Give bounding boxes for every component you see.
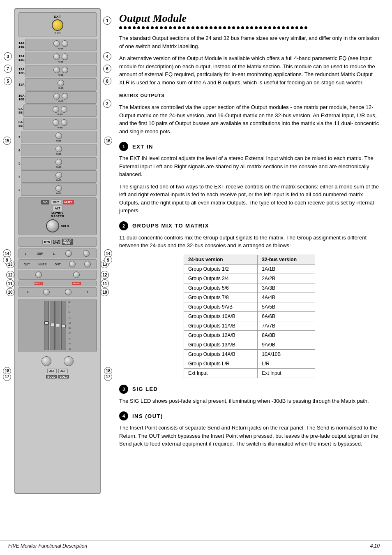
- ch4-knob[interactable]: [55, 172, 62, 179]
- ch5-knob[interactable]: [55, 159, 62, 165]
- ins-out-label: INS (OUT): [132, 413, 163, 419]
- bold-left-btn[interactable]: BOLD: [46, 375, 57, 379]
- ch3-knob[interactable]: [55, 185, 62, 192]
- ch3-db: 0 dB: [56, 192, 61, 195]
- channel-strips-lower: 14 L GBP L 14 13: [18, 248, 97, 297]
- ch12b-knob[interactable]: [62, 67, 68, 73]
- sig-btn[interactable]: SIG: [41, 200, 49, 204]
- mute-btn-11a[interactable]: MUTE: [35, 282, 43, 285]
- fader-2[interactable]: [50, 301, 55, 350]
- table-cell-col2: 9A/9B: [258, 340, 315, 349]
- channel-10-row: 10A10B 0 dB: [18, 91, 97, 104]
- ch8-strip: 0 dB: [23, 118, 97, 130]
- ch8b-knob[interactable]: [61, 119, 67, 126]
- table-cell-col1: Group Outputs 9A/B: [184, 302, 258, 311]
- fader-handle-2: [50, 323, 54, 326]
- mute-btn[interactable]: MUTE: [63, 200, 74, 204]
- matrix-outputs-header: MATRIX OUTPUTS: [119, 93, 380, 98]
- alt-buttons: ALT ALT: [47, 369, 68, 373]
- ext-in-text1: The EXT IN level control adjusts the lev…: [119, 154, 380, 179]
- ch13a-knob[interactable]: [53, 53, 60, 60]
- ch5-label: 5: [18, 162, 20, 165]
- table-cell-col1: Group Outputs L/R: [184, 359, 258, 368]
- ch9-label: 9A9B: [18, 107, 23, 114]
- ext-knob[interactable]: [52, 19, 63, 31]
- ch6-label: 6: [18, 149, 20, 152]
- gbp-label: GBP: [37, 252, 43, 255]
- strip13-knob2[interactable]: [84, 261, 91, 267]
- groups-matrix-table: 24-bus version 32-bus version Group Outp…: [184, 255, 315, 378]
- strip12-knob2[interactable]: [73, 272, 80, 278]
- sig-led-label: SIG LED: [132, 386, 158, 392]
- ch8a-knob[interactable]: [53, 119, 59, 126]
- table-row: Group Outputs 12A/B8A/8B: [184, 330, 315, 340]
- ch10a-knob[interactable]: [53, 93, 60, 100]
- ch3-label: 3: [18, 188, 20, 192]
- table-row: Group Outputs 3/42A/2B: [184, 274, 315, 283]
- ch14-knobs: [53, 40, 69, 47]
- ch11a-knob[interactable]: [58, 80, 64, 86]
- ch9b-knob[interactable]: [61, 106, 67, 113]
- ch10-db: 0 dB: [58, 100, 63, 102]
- ch6-db: 0 dB: [56, 153, 61, 155]
- bottom-knob-right[interactable]: [64, 356, 74, 366]
- ch9a-knob[interactable]: [53, 106, 59, 113]
- strip13-knob1[interactable]: [69, 261, 76, 267]
- num-circle-1: 1: [119, 142, 128, 151]
- strip-12-inner: [18, 270, 97, 280]
- ch4-strip: 0 dB: [21, 170, 97, 183]
- alt-left-btn[interactable]: ALT: [47, 369, 57, 373]
- rtn-btn[interactable]: RTN: [42, 240, 51, 244]
- table-cell-col2: 8A/8B: [258, 330, 315, 340]
- channel-5-row: 5 0 dB: [18, 157, 97, 170]
- badge-9-left: 9: [3, 256, 11, 264]
- fader-1[interactable]: [44, 301, 49, 350]
- bottom-knob-left[interactable]: [42, 356, 51, 366]
- table-row: Group Outputs L/RL/R: [184, 359, 315, 368]
- bold-knob[interactable]: [46, 219, 59, 232]
- ch5-db: 0 dB: [56, 166, 61, 168]
- alt-right-btn[interactable]: ALT: [58, 369, 68, 373]
- table-row: Ext InputExt Input: [184, 368, 315, 378]
- table-row: Group Outputs 7/84A/4B: [184, 293, 315, 302]
- out-label-13: OUT: [24, 263, 30, 266]
- strip10-knob2[interactable]: [65, 289, 71, 295]
- strip-13-inner: OUT INNER OUT: [18, 259, 97, 269]
- alt-btn[interactable]: ALT: [53, 206, 62, 211]
- table-cell-col2: 5A/5B: [258, 302, 315, 311]
- strip10-knob1[interactable]: [43, 289, 50, 295]
- strip14-knob2[interactable]: [83, 250, 90, 257]
- ch14b-knob[interactable]: [62, 40, 68, 47]
- ch14a-knob[interactable]: [53, 40, 60, 47]
- ch12-db: 0 dB: [58, 74, 63, 76]
- mute-btn-11b[interactable]: MUTE: [72, 282, 81, 285]
- out-btn[interactable]: OUT: [51, 200, 61, 205]
- ch13b-knob[interactable]: [62, 53, 68, 60]
- strip14-knob1[interactable]: [65, 250, 72, 257]
- ch6-knob[interactable]: [55, 146, 62, 152]
- alt-bold-row: 18 ALT ALT 18: [18, 369, 97, 373]
- badge-2: 2: [103, 100, 111, 108]
- fader-3[interactable]: [55, 301, 60, 350]
- strip-14: 14 L GBP L 14: [18, 248, 97, 258]
- strip-13: 13 OUT INNER OUT 13: [18, 259, 97, 269]
- badge-num-5: 5: [4, 77, 12, 85]
- bold-right-btn[interactable]: BOLD: [58, 375, 69, 379]
- fader-4[interactable]: [61, 301, 66, 350]
- b-label: B: [86, 291, 88, 293]
- ch8-label: 8A8B: [18, 120, 23, 128]
- badge-11-right: 11: [101, 279, 109, 288]
- solo-trim-btn[interactable]: SOLOTRIM: [62, 239, 73, 245]
- table-cell-col2: 2A/2B: [258, 274, 315, 283]
- ch12-strip: 0 dB: [25, 65, 97, 77]
- strip12-knob1[interactable]: [35, 272, 42, 278]
- table-cell-col2: 1A/1B: [258, 264, 315, 274]
- matrix-outputs-text: The Matrices are controlled via the uppe…: [119, 103, 380, 135]
- ch12a-knob[interactable]: [53, 67, 60, 73]
- ch10b-knob[interactable]: [62, 93, 68, 100]
- strip-10-inner: A B: [18, 287, 97, 297]
- ch9-db: 0 dB: [58, 113, 62, 116]
- badge-12-right: 12: [101, 271, 109, 279]
- ch7-knob[interactable]: [55, 132, 62, 139]
- left-panel: 1 EXT 0 dB 14A14B 0 dB: [0, 0, 111, 539]
